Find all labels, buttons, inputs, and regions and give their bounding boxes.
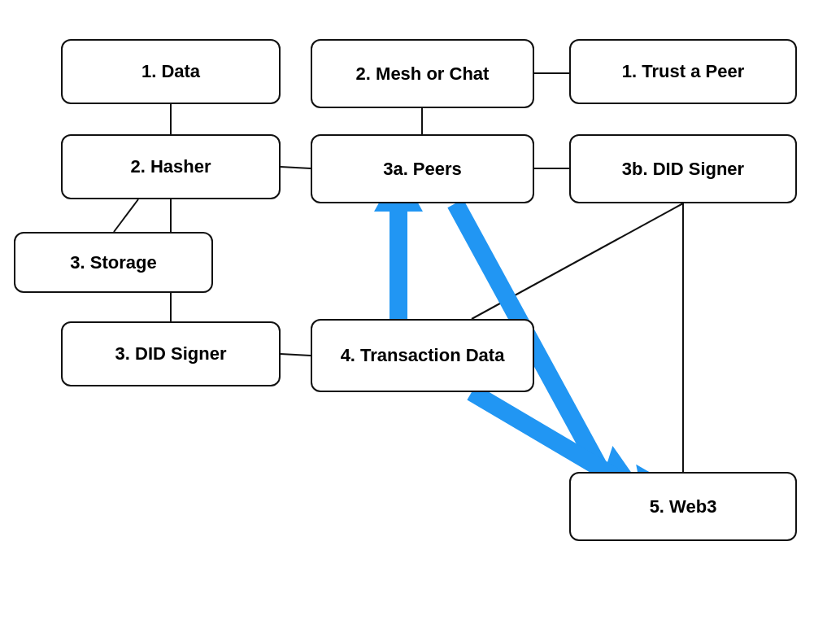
svg-line-4 — [281, 354, 311, 356]
node-trust-a-peer: 1. Trust a Peer — [569, 39, 797, 104]
node-data: 1. Data — [61, 39, 281, 104]
svg-line-3 — [281, 167, 311, 168]
svg-line-1 — [114, 199, 138, 232]
node-storage: 3. Storage — [14, 232, 213, 293]
node-web3: 5. Web3 — [569, 472, 797, 541]
node-mesh-or-chat: 2. Mesh or Chat — [311, 39, 534, 108]
node-transaction-data: 4. Transaction Data — [311, 319, 534, 392]
node-hasher: 2. Hasher — [61, 134, 281, 199]
node-did-signer-right: 3b. DID Signer — [569, 134, 797, 203]
node-did-signer-left: 3. DID Signer — [61, 321, 281, 386]
diagram: 1. Data 2. Hasher 3. Storage 3. DID Sign… — [0, 0, 840, 633]
node-peers: 3a. Peers — [311, 134, 534, 203]
